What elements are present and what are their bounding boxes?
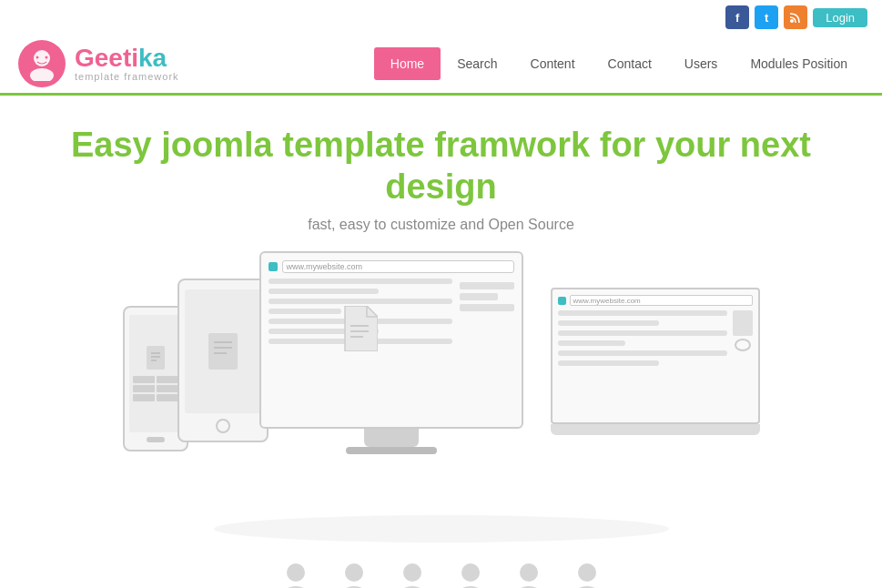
floating-doc-icon <box>341 306 378 351</box>
monitor-screen: www.mywebsite.com <box>259 251 523 429</box>
nav-contact[interactable]: Contact <box>592 47 668 80</box>
person-icon-3 <box>392 561 432 588</box>
content-line <box>558 320 660 326</box>
hero-subtitle: fast, easy to customize and Open Source <box>18 217 864 233</box>
nav-home[interactable]: Home <box>374 47 441 80</box>
logo-area: Geetika template framework <box>18 40 179 87</box>
content-line <box>269 279 452 284</box>
svg-point-7 <box>287 563 305 582</box>
laptop-base <box>551 424 760 435</box>
tablet-device <box>177 279 269 442</box>
person-icon-5 <box>509 561 549 588</box>
laptop-doc-icon <box>733 310 753 336</box>
svg-rect-6 <box>208 333 238 370</box>
tablet-button <box>216 419 230 433</box>
phone-table <box>133 376 178 401</box>
monitor-address-bar: www.mywebsite.com <box>269 260 514 273</box>
facebook-icon[interactable]: f <box>725 5 749 29</box>
persons-row <box>0 542 882 588</box>
laptop-side-button <box>735 339 751 351</box>
svg-point-11 <box>403 563 421 582</box>
content-line <box>269 289 379 294</box>
content-line <box>558 360 660 366</box>
laptop-main-content <box>558 310 727 406</box>
content-line <box>269 299 452 304</box>
logo-sub: template framework <box>75 71 179 82</box>
logo-text: Geetika template framework <box>75 46 179 82</box>
twitter-icon[interactable]: t <box>755 5 778 29</box>
svg-point-3 <box>36 56 39 59</box>
svg-point-0 <box>790 19 794 23</box>
nav-content[interactable]: Content <box>514 47 592 80</box>
laptop-device: www.mywebsite.com <box>551 288 760 456</box>
monitor-device: www.mywebsite.com <box>259 251 523 470</box>
monitor-base <box>346 447 437 454</box>
svg-point-2 <box>30 68 54 81</box>
person-icon-4 <box>451 561 491 588</box>
laptop-content <box>558 310 753 406</box>
monitor-content <box>269 279 514 406</box>
svg-point-17 <box>578 563 596 582</box>
laptop-dot <box>558 297 566 305</box>
monitor-stand <box>364 429 419 447</box>
top-bar: f t Login <box>0 0 882 35</box>
laptop-url: www.mywebsite.com <box>570 295 753 306</box>
laptop-screen: www.mywebsite.com <box>551 288 760 424</box>
hero-section: Easy joomla template framwork for your n… <box>0 96 882 242</box>
header: Geetika template framework Home Search C… <box>0 35 882 96</box>
phone-button <box>147 437 165 442</box>
monitor-url: www.mywebsite.com <box>282 260 514 273</box>
devices-illustration: www.mywebsite.com <box>123 251 760 542</box>
main-nav: Home Search Content Contact Users Module… <box>374 47 864 80</box>
tablet-screen <box>185 289 261 413</box>
content-line <box>558 330 727 336</box>
rss-icon[interactable] <box>784 5 807 29</box>
ground-shadow <box>214 515 669 542</box>
logo-name: Geetika <box>75 46 179 71</box>
laptop-address-bar: www.mywebsite.com <box>558 295 753 306</box>
content-line <box>558 350 727 356</box>
person-icon-6 <box>567 561 607 588</box>
svg-rect-5 <box>147 346 165 370</box>
content-line <box>269 309 342 314</box>
nav-users[interactable]: Users <box>668 47 735 80</box>
nav-modules[interactable]: Modules Position <box>734 47 864 80</box>
logo-icon <box>18 40 66 87</box>
person-icon-2 <box>334 561 374 588</box>
svg-point-13 <box>461 563 480 582</box>
svg-point-4 <box>46 56 48 59</box>
svg-point-9 <box>345 563 363 582</box>
content-line <box>558 310 727 316</box>
nav-search[interactable]: Search <box>441 47 513 80</box>
login-button[interactable]: Login <box>813 8 867 27</box>
content-line <box>558 340 625 346</box>
svg-point-15 <box>520 563 538 582</box>
person-icon-1 <box>276 561 316 588</box>
hero-title: Easy joomla template framwork for your n… <box>18 125 864 208</box>
phone-screen <box>129 315 182 432</box>
monitor-dot <box>269 262 278 271</box>
laptop-side-panel <box>733 310 753 406</box>
